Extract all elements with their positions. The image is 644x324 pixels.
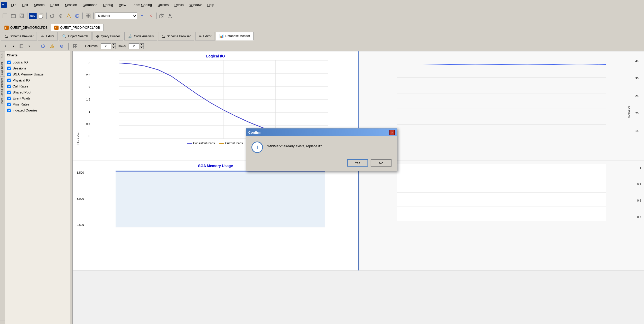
- dialog-titlebar: Confirm ×: [246, 128, 397, 136]
- dialog-body: i "MidMark" already exists, replace it?: [246, 136, 397, 157]
- dialog-yes-button[interactable]: Yes: [347, 159, 368, 167]
- dialog-icon-letter: i: [256, 144, 258, 151]
- dialog-no-button[interactable]: No: [371, 159, 392, 167]
- confirm-dialog: Confirm × i "MidMark" already exists, re…: [246, 128, 397, 171]
- dialog-overlay: Confirm × i "MidMark" already exists, re…: [0, 0, 644, 324]
- dialog-buttons: Yes No: [246, 157, 397, 171]
- dialog-close-button[interactable]: ×: [389, 130, 395, 135]
- dialog-title: Confirm: [248, 131, 261, 134]
- dialog-info-icon: i: [251, 142, 263, 153]
- dialog-message: "MidMark" already exists, replace it?: [267, 142, 322, 149]
